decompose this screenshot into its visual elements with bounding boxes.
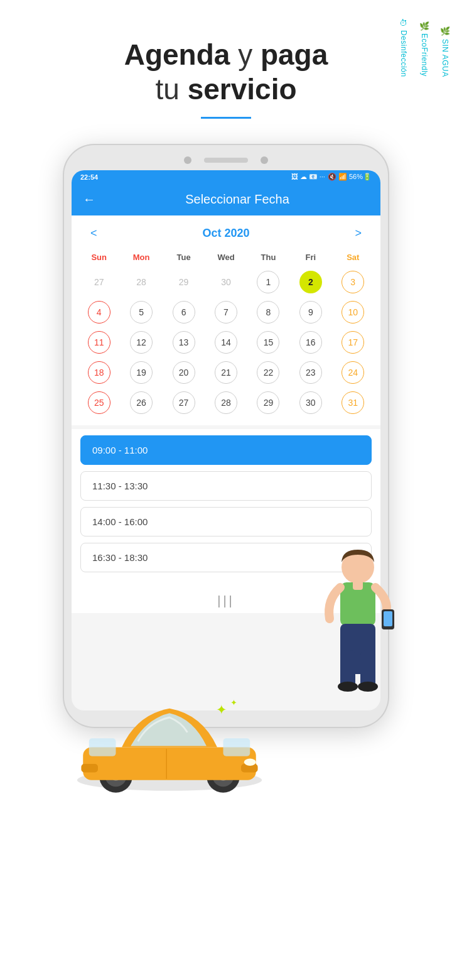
status-bar: 22:54 🖼 ☁ 📧 ··· 🔇 📶 56%🔋 (72, 170, 380, 183)
day-headers: Sun Mon Tue Wed Thu Fri Sat (78, 250, 374, 264)
time-slot-slot3[interactable]: 14:00 - 16:00 (80, 507, 372, 536)
cal-cell: 1 (249, 268, 288, 296)
calendar-day[interactable]: 14 (215, 331, 237, 354)
cal-cell: 7 (206, 298, 245, 326)
month-title: Oct 2020 (202, 227, 249, 240)
cal-cell: 10 (333, 298, 373, 326)
notification-icons: 🖼 ☁ 📧 ··· (291, 173, 325, 181)
day-header-sat: Sat (332, 250, 374, 264)
calendar-day[interactable]: 5 (130, 301, 153, 324)
cal-cell: 26 (121, 389, 161, 416)
calendar-day[interactable]: 10 (342, 301, 364, 324)
cal-cell: 6 (164, 298, 203, 326)
status-icons: 🖼 ☁ 📧 ··· 🔇 📶 56%🔋 (291, 173, 372, 181)
calendar-day[interactable]: 19 (130, 361, 153, 384)
calendar-day[interactable]: 28 (130, 271, 153, 293)
svg-text:✦: ✦ (216, 703, 227, 717)
calendar-day[interactable]: 24 (342, 361, 364, 384)
cal-cell: 30 (291, 389, 330, 416)
calendar-day[interactable]: 21 (215, 361, 237, 384)
cal-cell: 28 (121, 268, 161, 296)
svg-point-12 (244, 759, 256, 766)
calendar-day[interactable]: 20 (173, 361, 195, 384)
calendar-day[interactable]: 15 (257, 331, 279, 354)
cal-cell: 20 (164, 359, 203, 386)
calendar-day[interactable]: 3 (342, 271, 364, 293)
calendar-day[interactable]: 9 (299, 301, 322, 324)
calendar-day[interactable]: 22 (257, 361, 279, 384)
speaker (204, 158, 248, 163)
calendar-day[interactable]: 25 (88, 391, 110, 414)
time-slot-slot2[interactable]: 11:30 - 13:30 (80, 471, 372, 501)
app-header: ← Seleccionar Fecha (72, 183, 380, 215)
cal-cell: 2 (291, 268, 330, 296)
day-header-mon: Mon (120, 250, 162, 264)
calendar-day[interactable]: 30 (215, 271, 237, 293)
cal-cell: 28 (206, 389, 245, 416)
month-navigation: < Oct 2020 > (78, 224, 374, 250)
cal-cell: 9 (291, 298, 330, 326)
cal-cell: 4 (79, 298, 119, 326)
hero-divider (201, 117, 251, 119)
cal-cell: 5 (121, 298, 161, 326)
calendar: < Oct 2020 > Sun Mon Tue Wed Thu Fri Sat… (72, 215, 380, 425)
svg-rect-9 (223, 739, 250, 757)
calendar-day[interactable]: 11 (88, 331, 110, 354)
svg-point-25 (358, 682, 378, 692)
day-header-tue: Tue (163, 250, 205, 264)
eco-icon: 🌿 (419, 21, 429, 31)
cal-cell: 25 (79, 389, 119, 416)
cal-cell: 31 (333, 389, 373, 416)
calendar-day[interactable]: 27 (173, 391, 195, 414)
calendar-day[interactable]: 29 (173, 271, 195, 293)
calendar-day[interactable]: 2 (299, 271, 322, 293)
cal-cell: 11 (79, 329, 119, 356)
cal-cell: 18 (79, 359, 119, 386)
cal-cell: 8 (249, 298, 288, 326)
back-button[interactable]: ← (83, 192, 95, 207)
cal-cell: 13 (164, 329, 203, 356)
day-header-thu: Thu (247, 250, 289, 264)
cal-cell: 14 (206, 329, 245, 356)
next-month-button[interactable]: > (348, 224, 368, 242)
calendar-day[interactable]: 17 (342, 331, 364, 354)
calendar-day[interactable]: 1 (257, 271, 279, 293)
calendar-day[interactable]: 6 (173, 301, 195, 324)
cal-cell: 3 (333, 268, 373, 296)
cal-cell: 27 (79, 268, 119, 296)
cal-cell: 16 (291, 329, 330, 356)
calendar-day[interactable]: 27 (88, 271, 110, 293)
prev-month-button[interactable]: < (84, 224, 104, 242)
camera-left (184, 156, 191, 164)
calendar-day[interactable]: 30 (299, 391, 322, 414)
calendar-day[interactable]: 31 (342, 391, 364, 414)
calendar-day[interactable]: 23 (299, 361, 322, 384)
calendar-day[interactable]: 4 (88, 301, 110, 324)
day-header-wed: Wed (205, 250, 247, 264)
phone-top-bar (72, 156, 380, 164)
label-eco-friendly: 🌿 EcoFriendly (419, 21, 429, 77)
hero-section: Agenda y paga tu servicio (0, 0, 452, 131)
svg-rect-13 (81, 764, 98, 772)
time-slot-slot1[interactable]: 09:00 - 11:00 (80, 435, 372, 465)
calendar-day[interactable]: 18 (88, 361, 110, 384)
calendar-day[interactable]: 8 (257, 301, 279, 324)
hero-title: Agenda y paga tu servicio (0, 38, 452, 107)
calendar-day[interactable]: 16 (299, 331, 322, 354)
page-title: Seleccionar Fecha (105, 192, 369, 207)
calendar-day[interactable]: 7 (215, 301, 237, 324)
calendar-day[interactable]: 28 (215, 391, 237, 414)
cal-cell: 19 (121, 359, 161, 386)
phone-mockup: 22:54 🖼 ☁ 📧 ··· 🔇 📶 56%🔋 ← Seleccionar F… (63, 144, 389, 728)
svg-rect-8 (89, 739, 116, 757)
cal-cell: 21 (206, 359, 245, 386)
svg-rect-18 (353, 580, 363, 590)
calendar-day[interactable]: 12 (130, 331, 153, 354)
svg-point-24 (338, 682, 358, 692)
calendar-day[interactable]: 29 (257, 391, 279, 414)
calendar-day[interactable]: 13 (173, 331, 195, 354)
calendar-day[interactable]: 26 (130, 391, 153, 414)
side-labels: 🌿 SIN AGUA 🌿 EcoFriendly ⏱ Desinfección (399, 19, 452, 77)
cal-cell: 29 (249, 389, 288, 416)
label-desinfeccion: ⏱ Desinfección (399, 19, 408, 77)
